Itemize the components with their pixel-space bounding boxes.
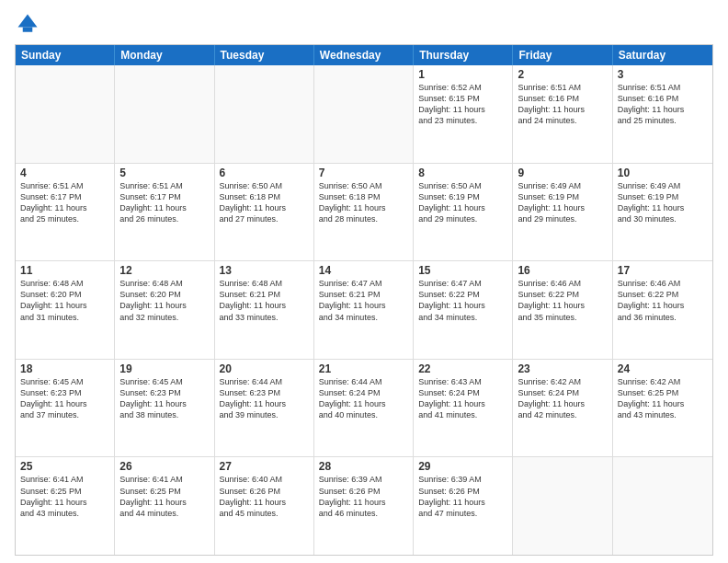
day-cell-13: 13Sunrise: 6:48 AMSunset: 6:21 PMDayligh… (215, 261, 314, 359)
day-cell-10: 10Sunrise: 6:49 AMSunset: 6:19 PMDayligh… (613, 164, 712, 261)
header-cell-sunday: Sunday (16, 45, 115, 65)
day-info: Sunrise: 6:50 AMSunset: 6:18 PMDaylight:… (220, 180, 309, 225)
day-cell-8: 8Sunrise: 6:50 AMSunset: 6:19 PMDaylight… (414, 164, 513, 261)
header-cell-tuesday: Tuesday (215, 45, 314, 65)
day-number: 22 (418, 362, 507, 375)
day-number: 7 (319, 167, 408, 179)
day-info: Sunrise: 6:48 AMSunset: 6:21 PMDaylight:… (220, 278, 309, 323)
day-cell-18: 18Sunrise: 6:45 AMSunset: 6:23 PMDayligh… (16, 360, 115, 457)
day-cell-14: 14Sunrise: 6:47 AMSunset: 6:21 PMDayligh… (314, 261, 414, 359)
calendar-header: SundayMondayTuesdayWednesdayThursdayFrid… (16, 45, 712, 65)
calendar-row-2: 11Sunrise: 6:48 AMSunset: 6:20 PMDayligh… (16, 261, 712, 360)
day-cell-15: 15Sunrise: 6:47 AMSunset: 6:22 PMDayligh… (414, 261, 513, 359)
day-cell-23: 23Sunrise: 6:42 AMSunset: 6:24 PMDayligh… (513, 360, 612, 457)
header (15, 11, 713, 37)
day-number: 9 (518, 167, 607, 179)
svg-rect-1 (23, 28, 33, 32)
day-number: 14 (319, 264, 408, 277)
day-cell-5: 5Sunrise: 6:51 AMSunset: 6:17 PMDaylight… (115, 164, 214, 261)
day-info: Sunrise: 6:41 AMSunset: 6:25 PMDaylight:… (20, 474, 109, 519)
day-cell-25: 25Sunrise: 6:41 AMSunset: 6:25 PMDayligh… (16, 457, 115, 555)
day-cell-17: 17Sunrise: 6:46 AMSunset: 6:22 PMDayligh… (613, 261, 712, 359)
day-cell-24: 24Sunrise: 6:42 AMSunset: 6:25 PMDayligh… (613, 360, 712, 457)
day-info: Sunrise: 6:45 AMSunset: 6:23 PMDaylight:… (119, 376, 209, 421)
empty-cell (115, 65, 214, 163)
day-number: 17 (618, 264, 708, 277)
calendar-row-4: 25Sunrise: 6:41 AMSunset: 6:25 PMDayligh… (16, 457, 712, 555)
day-info: Sunrise: 6:43 AMSunset: 6:24 PMDaylight:… (418, 376, 507, 421)
day-number: 5 (119, 167, 209, 179)
day-number: 11 (20, 264, 109, 277)
day-number: 16 (518, 264, 607, 277)
day-number: 4 (20, 167, 109, 179)
day-number: 12 (119, 264, 209, 277)
day-cell-27: 27Sunrise: 6:40 AMSunset: 6:26 PMDayligh… (215, 457, 314, 555)
day-cell-4: 4Sunrise: 6:51 AMSunset: 6:17 PMDaylight… (16, 164, 115, 261)
header-cell-thursday: Thursday (414, 45, 513, 65)
day-number: 27 (220, 460, 309, 473)
day-info: Sunrise: 6:46 AMSunset: 6:22 PMDaylight:… (618, 278, 708, 323)
day-info: Sunrise: 6:40 AMSunset: 6:26 PMDaylight:… (220, 474, 309, 519)
logo-icon (15, 11, 40, 37)
empty-cell (314, 65, 414, 163)
svg-marker-0 (18, 15, 38, 28)
day-cell-20: 20Sunrise: 6:44 AMSunset: 6:23 PMDayligh… (215, 360, 314, 457)
calendar-row-3: 18Sunrise: 6:45 AMSunset: 6:23 PMDayligh… (16, 360, 712, 458)
day-info: Sunrise: 6:42 AMSunset: 6:24 PMDaylight:… (518, 376, 607, 421)
day-info: Sunrise: 6:45 AMSunset: 6:23 PMDaylight:… (20, 376, 109, 421)
day-cell-19: 19Sunrise: 6:45 AMSunset: 6:23 PMDayligh… (115, 360, 214, 457)
day-info: Sunrise: 6:49 AMSunset: 6:19 PMDaylight:… (518, 180, 607, 225)
day-number: 29 (418, 460, 507, 473)
day-info: Sunrise: 6:47 AMSunset: 6:21 PMDaylight:… (319, 278, 408, 323)
header-cell-wednesday: Wednesday (314, 45, 414, 65)
day-number: 1 (418, 68, 507, 81)
day-number: 13 (220, 264, 309, 277)
day-cell-6: 6Sunrise: 6:50 AMSunset: 6:18 PMDaylight… (215, 164, 314, 261)
day-cell-29: 29Sunrise: 6:39 AMSunset: 6:26 PMDayligh… (414, 457, 513, 555)
calendar-body: 1Sunrise: 6:52 AMSunset: 6:15 PMDaylight… (16, 65, 712, 555)
day-number: 3 (618, 68, 708, 81)
page: SundayMondayTuesdayWednesdayThursdayFrid… (0, 0, 728, 563)
day-info: Sunrise: 6:48 AMSunset: 6:20 PMDaylight:… (119, 278, 209, 323)
day-info: Sunrise: 6:50 AMSunset: 6:18 PMDaylight:… (319, 180, 408, 225)
header-cell-friday: Friday (513, 45, 612, 65)
day-cell-26: 26Sunrise: 6:41 AMSunset: 6:25 PMDayligh… (115, 457, 214, 555)
day-number: 18 (20, 362, 109, 375)
header-cell-monday: Monday (115, 45, 214, 65)
calendar: SundayMondayTuesdayWednesdayThursdayFrid… (15, 44, 713, 556)
day-info: Sunrise: 6:39 AMSunset: 6:26 PMDaylight:… (319, 474, 408, 519)
day-number: 24 (618, 362, 708, 375)
day-info: Sunrise: 6:51 AMSunset: 6:16 PMDaylight:… (518, 82, 607, 127)
day-number: 19 (119, 362, 209, 375)
day-info: Sunrise: 6:50 AMSunset: 6:19 PMDaylight:… (418, 180, 507, 225)
logo (15, 11, 44, 37)
day-cell-2: 2Sunrise: 6:51 AMSunset: 6:16 PMDaylight… (513, 65, 612, 163)
day-info: Sunrise: 6:47 AMSunset: 6:22 PMDaylight:… (418, 278, 507, 323)
day-number: 23 (518, 362, 607, 375)
day-number: 2 (518, 68, 607, 81)
day-cell-1: 1Sunrise: 6:52 AMSunset: 6:15 PMDaylight… (414, 65, 513, 163)
day-info: Sunrise: 6:51 AMSunset: 6:17 PMDaylight:… (119, 180, 209, 225)
calendar-row-0: 1Sunrise: 6:52 AMSunset: 6:15 PMDaylight… (16, 65, 712, 164)
header-cell-saturday: Saturday (613, 45, 712, 65)
day-number: 15 (418, 264, 507, 277)
empty-cell (613, 457, 712, 555)
day-cell-22: 22Sunrise: 6:43 AMSunset: 6:24 PMDayligh… (414, 360, 513, 457)
day-info: Sunrise: 6:48 AMSunset: 6:20 PMDaylight:… (20, 278, 109, 323)
day-cell-16: 16Sunrise: 6:46 AMSunset: 6:22 PMDayligh… (513, 261, 612, 359)
day-number: 25 (20, 460, 109, 473)
day-number: 21 (319, 362, 408, 375)
day-info: Sunrise: 6:42 AMSunset: 6:25 PMDaylight:… (618, 376, 708, 421)
day-cell-7: 7Sunrise: 6:50 AMSunset: 6:18 PMDaylight… (314, 164, 414, 261)
empty-cell (215, 65, 314, 163)
day-cell-3: 3Sunrise: 6:51 AMSunset: 6:16 PMDaylight… (613, 65, 712, 163)
day-info: Sunrise: 6:39 AMSunset: 6:26 PMDaylight:… (418, 474, 507, 519)
day-cell-21: 21Sunrise: 6:44 AMSunset: 6:24 PMDayligh… (314, 360, 414, 457)
calendar-row-1: 4Sunrise: 6:51 AMSunset: 6:17 PMDaylight… (16, 164, 712, 262)
day-number: 6 (220, 167, 309, 179)
day-info: Sunrise: 6:51 AMSunset: 6:17 PMDaylight:… (20, 180, 109, 225)
empty-cell (16, 65, 115, 163)
day-number: 10 (618, 167, 708, 179)
day-number: 8 (418, 167, 507, 179)
day-info: Sunrise: 6:49 AMSunset: 6:19 PMDaylight:… (618, 180, 708, 225)
